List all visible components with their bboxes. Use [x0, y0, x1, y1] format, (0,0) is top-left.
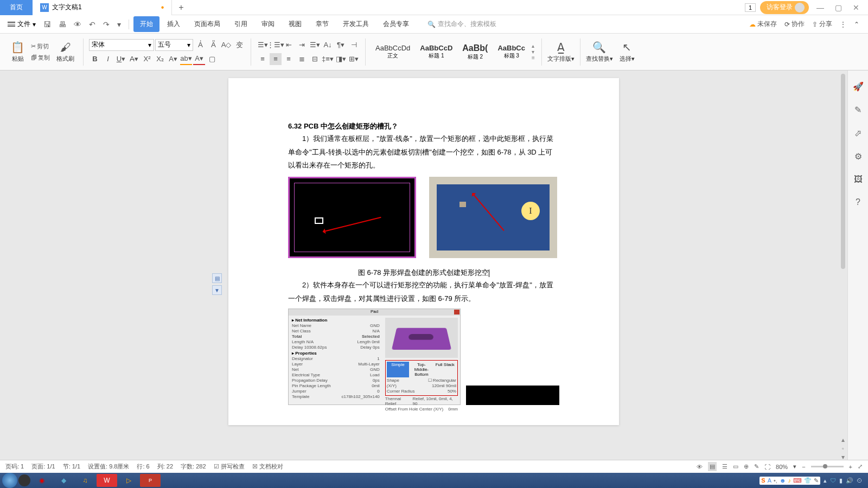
menu-start[interactable]: 开始 — [133, 16, 159, 32]
strikethrough-icon[interactable]: A̶▾ — [128, 53, 140, 65]
command-search[interactable]: 🔍 查找命令、搜索模板 — [427, 20, 496, 29]
file-menu[interactable]: 文件 ▾ — [4, 18, 39, 30]
unsaved-dot-icon: • — [161, 3, 164, 12]
format-painter-button[interactable]: 🖌格式刷 — [53, 40, 78, 64]
tab-stop-icon[interactable]: ⊣ — [348, 39, 360, 51]
paste-button[interactable]: 📋粘贴 — [8, 40, 28, 64]
collab-icon: ⟳ — [784, 21, 790, 28]
tab-home[interactable]: 首页 — [0, 0, 33, 15]
text-layout-button[interactable]: A̲文字排版▾ — [544, 40, 578, 64]
show-marks-icon[interactable]: ¶▾ — [335, 39, 347, 51]
line-spacing-top-icon[interactable]: ☰▾ — [309, 39, 321, 51]
tab-document[interactable]: W 文字文稿1 • — [33, 0, 172, 15]
chevron-down-icon[interactable]: ▾ — [114, 20, 124, 29]
share-icon: ⇪ — [812, 21, 818, 28]
menu-section[interactable]: 章节 — [309, 16, 335, 32]
char-border-icon[interactable]: ▢ — [206, 53, 218, 65]
align-right-icon[interactable]: ≡ — [283, 53, 295, 65]
menu-insert[interactable]: 插入 — [161, 16, 187, 32]
close-button[interactable]: ✕ — [850, 3, 863, 12]
style-scroll-down[interactable]: ▾ — [532, 49, 535, 55]
minimize-button[interactable]: — — [813, 3, 827, 12]
menu-view[interactable]: 视图 — [282, 16, 308, 32]
search-icon: 🔍 — [592, 41, 606, 54]
select-button[interactable]: ↖选择▾ — [616, 40, 638, 64]
shading-icon[interactable]: ◨▾ — [335, 53, 347, 65]
text-effects-icon[interactable]: A▾ — [167, 53, 179, 65]
find-replace-button[interactable]: 🔍查找替换▾ — [583, 40, 616, 64]
grow-font-icon[interactable]: A̍ — [194, 39, 206, 51]
menu-review[interactable]: 审阅 — [255, 16, 281, 32]
shrink-font-icon[interactable]: A̎ — [207, 39, 219, 51]
align-left-icon[interactable]: ≡ — [257, 53, 269, 65]
tab-add[interactable]: + — [172, 3, 190, 12]
share-button[interactable]: ⇪分享 — [812, 20, 832, 29]
justify-icon[interactable]: ≣ — [296, 53, 308, 65]
subscript-icon[interactable]: X₂ — [154, 53, 166, 65]
style-expand[interactable]: ≡ — [532, 55, 535, 61]
collapse-ribbon-icon[interactable]: ⌃ — [854, 21, 859, 28]
guest-login-button[interactable]: 访客登录 — [760, 1, 809, 14]
copy-button[interactable]: 🗐 复制 — [29, 53, 52, 63]
numbering-icon[interactable]: ⋮☰▾ — [270, 39, 282, 51]
line-spacing-icon[interactable]: ‡≡▾ — [322, 53, 334, 65]
menu-member[interactable]: 会员专享 — [376, 16, 416, 32]
menu-dev-tools[interactable]: 开发工具 — [336, 16, 375, 32]
paste-icon: 📋 — [11, 41, 24, 54]
align-center-icon[interactable]: ≡ — [270, 53, 282, 65]
window-count-badge[interactable]: 1 — [745, 3, 756, 12]
highlight-color-icon[interactable]: ab▾ — [180, 53, 192, 65]
maximize-button[interactable]: ▢ — [832, 3, 845, 12]
style-scroll-up[interactable]: ▴ — [532, 43, 535, 49]
more-icon[interactable]: ⋮ — [840, 21, 846, 28]
distribute-icon[interactable]: ⊟ — [309, 53, 321, 65]
style-heading1[interactable]: AaBbCcD标题 1 — [416, 43, 457, 61]
undo-icon[interactable]: ↶ — [86, 20, 99, 29]
text-layout-icon: A̲ — [557, 41, 565, 54]
superscript-icon[interactable]: X² — [141, 53, 153, 65]
phonetic-icon[interactable]: 变 — [233, 39, 245, 51]
style-heading3[interactable]: AaBbCc标题 3 — [493, 43, 529, 61]
increase-indent-icon[interactable]: ⇥ — [296, 39, 308, 51]
font-size-select[interactable]: 五号▾ — [155, 39, 193, 51]
font-name-select[interactable]: 宋体▾ — [89, 39, 154, 51]
menu-page-layout[interactable]: 页面布局 — [188, 16, 227, 32]
save-icon[interactable]: 🖫 — [40, 20, 54, 29]
word-doc-icon: W — [40, 3, 49, 12]
style-heading2[interactable]: AaBb(标题 2 — [458, 42, 492, 62]
collaborate-button[interactable]: ⟳协作 — [784, 20, 805, 29]
print-icon[interactable]: 🖶 — [55, 20, 69, 29]
print-preview-icon[interactable]: 👁 — [71, 20, 85, 29]
cut-button[interactable]: ✂ 剪切 — [29, 41, 52, 52]
borders-icon[interactable]: ⊞▾ — [348, 53, 360, 65]
underline-icon[interactable]: U▾ — [115, 53, 127, 65]
hamburger-icon — [8, 21, 15, 28]
bold-icon[interactable]: B — [89, 53, 101, 65]
avatar-icon — [795, 3, 805, 12]
cloud-icon: ☁ — [749, 21, 756, 28]
italic-icon[interactable]: I — [102, 53, 114, 65]
clear-format-icon[interactable]: A◇ — [220, 39, 232, 51]
doc-title: 文字文稿1 — [52, 3, 82, 12]
unsaved-button[interactable]: ☁未保存 — [749, 20, 777, 29]
style-body[interactable]: AaBbCcDd正文 — [371, 43, 414, 61]
font-color-icon[interactable]: A▾ — [193, 53, 205, 65]
search-icon: 🔍 — [427, 21, 436, 28]
menu-references[interactable]: 引用 — [228, 16, 254, 32]
sort-icon[interactable]: A↓ — [322, 39, 334, 51]
brush-icon: 🖌 — [60, 41, 71, 54]
decrease-indent-icon[interactable]: ⇤ — [283, 39, 295, 51]
redo-icon[interactable]: ↷ — [100, 20, 113, 29]
cursor-icon: ↖ — [622, 41, 631, 54]
chevron-down-icon: ▾ — [33, 21, 36, 28]
